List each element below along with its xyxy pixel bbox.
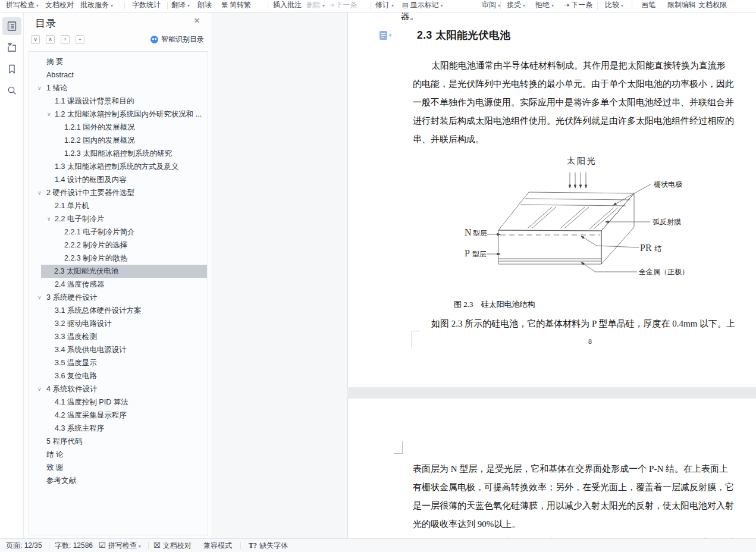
toc-item[interactable]: 2.2.3 制冷片的散热 bbox=[30, 252, 207, 265]
toc-item[interactable]: 3.6 复位电路 bbox=[30, 369, 207, 382]
simplified-to-traditional-button[interactable]: 繁简转繁 bbox=[221, 0, 251, 11]
toolbar-separator bbox=[370, 2, 371, 10]
toc-item[interactable]: ∨1 绪论 bbox=[30, 81, 207, 95]
compare-button[interactable]: 比较▾ bbox=[605, 0, 623, 11]
document-permission-button[interactable]: 文档权限 bbox=[698, 0, 727, 11]
document-page-1[interactable]: 器。 ▾ 2.3 太阳能光伏电池 太阳能电池通常由半导体硅材料制成。其作用是把太… bbox=[347, 12, 756, 387]
toc-item[interactable]: 1.3 太阳能冰箱控制系统的方式及意义 bbox=[30, 160, 207, 173]
toc-item[interactable]: 3.3 温度检测 bbox=[30, 330, 207, 343]
search-icon bbox=[7, 85, 17, 96]
proofread-toggle[interactable]: ☒文档校对 bbox=[153, 539, 192, 552]
track-changes-button[interactable]: 修订▾ bbox=[375, 0, 394, 11]
next-change-button[interactable]: ⇥下一条 bbox=[564, 0, 592, 11]
toc-item[interactable]: 2.2.2 制冷片的选择 bbox=[30, 239, 207, 252]
simplified-to-traditional-button-label: 简转繁 bbox=[230, 1, 251, 9]
compare-button-label: 比较 bbox=[605, 1, 619, 9]
toc-item[interactable]: 4.1 温度控制 PID 算法 bbox=[30, 396, 207, 409]
compatibility-mode-label: 兼容模式 bbox=[203, 539, 232, 552]
paragraph-style-icon[interactable] bbox=[379, 31, 387, 40]
toc-item[interactable]: 1.1 课题设计背景和目的 bbox=[30, 95, 207, 108]
wps-writer-window: 拼写检查▾文档校对批改服务▾字数统计翻译▾朗读繁简转繁插入批注删除▾⇥下一条修订… bbox=[0, 0, 756, 552]
expand-button[interactable]: + bbox=[61, 35, 70, 44]
correction-service-button[interactable]: 批改服务▾ bbox=[80, 0, 113, 11]
toc-item[interactable]: 致 谢 bbox=[30, 461, 207, 474]
spell-check-button-label: 拼写检查 bbox=[6, 1, 34, 9]
smart-recognize-label: 智能识别目录 bbox=[161, 34, 204, 45]
solar-cell-figure: 太阳光 bbox=[411, 149, 755, 290]
toc-item[interactable]: 3.5 温度显示 bbox=[30, 356, 207, 369]
toc-item[interactable]: 1.4 设计的框图及内容 bbox=[30, 173, 207, 186]
text-line: 是一层很薄的天蓝色氧化硅薄膜，用以减少入射太阳光的反射，使太阳电池对入射 bbox=[413, 497, 756, 515]
document-proofread-button[interactable]: 文档校对 bbox=[45, 0, 74, 11]
missing-fonts-button[interactable]: T?缺失字体 bbox=[249, 539, 288, 552]
toc-item[interactable]: 2.1 单片机 bbox=[30, 199, 207, 212]
translate-button[interactable]: 翻译▾ bbox=[171, 0, 190, 11]
word-count-indicator[interactable]: 字数: 12586 bbox=[55, 539, 93, 552]
smart-recognize-toc-button[interactable]: 智能识别目录 bbox=[150, 34, 204, 44]
show-markup-button[interactable]: ▤显示标记▾ bbox=[402, 0, 443, 11]
toc-item-label: 3.3 温度检测 bbox=[55, 330, 97, 343]
read-aloud-button[interactable]: 朗读 bbox=[197, 0, 212, 11]
toc-item[interactable]: 结 论 bbox=[30, 448, 207, 461]
spell-check-button[interactable]: 拼写检查▾ bbox=[6, 0, 39, 11]
dropdown-caret: ▾ bbox=[36, 3, 39, 8]
toc-item[interactable]: ∨3 系统硬件设计 bbox=[30, 291, 207, 304]
toc-item[interactable]: Abstract bbox=[30, 68, 207, 81]
toc-item[interactable]: 1.2.1 国外的发展概况 bbox=[30, 121, 207, 134]
dropdown-caret: ▾ bbox=[391, 3, 394, 8]
document-page-2[interactable]: 表面层为 N 型层，是受光层，它和基体在交界面处形成一个 P-N 结。在上表面上… bbox=[347, 399, 756, 538]
chevron-down-icon[interactable]: ∨ bbox=[47, 108, 51, 121]
bookmark-pane-button[interactable] bbox=[2, 60, 21, 78]
close-icon[interactable]: × bbox=[194, 16, 200, 26]
toc-item[interactable]: ∨2 硬件设计中主要器件选型 bbox=[30, 186, 207, 199]
dropdown-caret: ▾ bbox=[551, 3, 554, 8]
accept-change-button[interactable]: 接受▾ bbox=[507, 0, 525, 11]
ink-pen-button[interactable]: 画笔 bbox=[641, 0, 655, 11]
next-comment-button-label: 下一条 bbox=[335, 1, 357, 9]
toolbar-separator bbox=[124, 2, 125, 10]
chevron-down-icon[interactable]: ∨ bbox=[37, 186, 42, 199]
toc-item-label: 2.4 温度传感器 bbox=[55, 278, 104, 291]
word-count-button[interactable]: 字数统计 bbox=[132, 0, 161, 11]
toc-item-label: 1.3 太阳能冰箱控制系统的方式及意义 bbox=[55, 160, 178, 173]
insert-comment-button[interactable]: 插入批注 bbox=[273, 0, 302, 11]
toc-item[interactable]: ∨4 系统软件设计 bbox=[30, 382, 207, 396]
toc-item[interactable]: 2.4 温度传感器 bbox=[30, 278, 207, 291]
toc-item[interactable]: 1.2.3 太阳能冰箱控制系统的研究 bbox=[30, 147, 207, 160]
reject-change-button[interactable]: 拒绝▾ bbox=[535, 0, 554, 11]
toc-item[interactable]: ∨1.2 太阳能冰箱控制系统国内外研究状况和 ... bbox=[30, 108, 207, 121]
toc-pane-button[interactable] bbox=[2, 17, 21, 35]
toc-item[interactable]: 4.3 系统主程序 bbox=[30, 422, 207, 435]
chevron-down-icon[interactable]: ∨ bbox=[47, 212, 51, 225]
toc-item[interactable]: 摘 要 bbox=[30, 55, 207, 68]
restrict-editing-button[interactable]: 限制编辑 bbox=[667, 0, 696, 11]
spell-check-toggle[interactable]: ☑拼写检查▾ bbox=[99, 539, 141, 552]
toc-item-label: 4.2 温度采集显示程序 bbox=[55, 409, 127, 422]
toc-item[interactable]: 3.1 系统总体硬件设计方案 bbox=[30, 304, 207, 317]
collapse-button[interactable]: − bbox=[76, 35, 84, 44]
chevron-down-icon[interactable]: ∨ bbox=[37, 81, 42, 95]
page-indicator[interactable]: 页面: 12/35 bbox=[6, 539, 42, 552]
toc-item-label: 3.4 系统供电电源设计 bbox=[55, 343, 127, 356]
toc-item[interactable]: 4.2 温度采集显示程序 bbox=[30, 409, 207, 422]
toc-item[interactable]: 2.3 太阳能光伏电池 bbox=[41, 265, 207, 278]
figure-p-layer-label: 型层 bbox=[472, 250, 487, 258]
toc-item[interactable]: 2.2.1 电子制冷片简介 bbox=[30, 225, 207, 239]
chevron-up-button[interactable]: ∧ bbox=[46, 35, 55, 44]
search-pane-button[interactable] bbox=[2, 81, 21, 99]
toc-item[interactable]: 参考文献 bbox=[30, 474, 207, 487]
toc-item-label: 2.2.2 制冷片的选择 bbox=[64, 239, 127, 252]
toc-icon bbox=[7, 21, 17, 32]
toc-item[interactable]: 3.2 驱动电路设计 bbox=[30, 317, 207, 330]
toc-item[interactable]: 3.4 系统供电电源设计 bbox=[30, 343, 207, 356]
outline-pane-button[interactable] bbox=[2, 39, 21, 57]
review-button[interactable]: 审阅▾ bbox=[482, 0, 500, 11]
chevron-down-icon[interactable]: ∨ bbox=[37, 291, 42, 304]
toc-item-label: 参考文献 bbox=[46, 474, 76, 487]
chevron-down-icon[interactable]: ∨ bbox=[37, 382, 42, 396]
toc-item[interactable]: 5 程序代码 bbox=[30, 435, 207, 448]
show-markup-button-icon: ▤ bbox=[402, 1, 408, 8]
toc-item[interactable]: 1.2.2 国内的发展概况 bbox=[30, 134, 207, 147]
chevron-down-button[interactable]: ∨ bbox=[31, 35, 40, 44]
toc-item[interactable]: ∨2.2 电子制冷片 bbox=[30, 212, 207, 225]
